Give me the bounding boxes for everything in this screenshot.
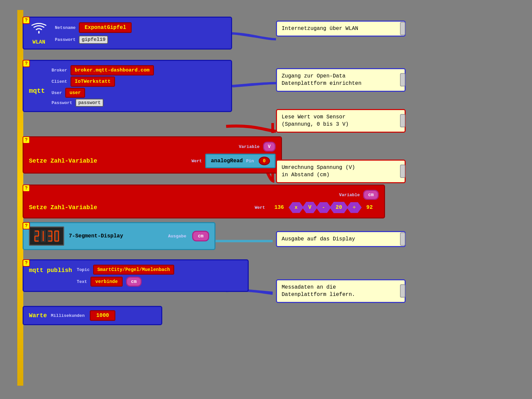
var1-label: Variable [239, 144, 259, 149]
wert1-label: Wert [192, 159, 202, 164]
wlan-note-scroll[interactable] [400, 22, 405, 35]
mqtt-setup-note-scroll[interactable] [400, 73, 405, 86]
setze-zahl2-block: Variable cm Setze Zahl-Variable Wert 136… [23, 185, 385, 218]
broker-label: Broker [52, 68, 67, 73]
mqtt-publish-note-line1: Messadaten an die [282, 284, 400, 291]
sensor-note-line2: (Spannung, 0 bis 3 V) [282, 121, 400, 128]
mqtt-note-line1: Zugang zur Open-Data [282, 72, 400, 80]
mqtt-publish-block: mqtt publish Topic SmartCity/Pegel/Muele… [23, 259, 249, 292]
analogread-value: analogRead [211, 158, 243, 164]
mqtt-publish-note: Messadaten an die Datenplattform liefern… [276, 279, 406, 303]
setze-zahl2-label: Setze Zahl-Variable [29, 204, 97, 211]
warte-label: Warte [29, 312, 47, 319]
wlan-note-text: Internetzugang über WLAN [282, 26, 358, 32]
math-op3: ÷ [347, 202, 362, 213]
passwort-mqtt-label: Passwort [52, 100, 72, 105]
display-note: Ausgabe auf das Display [276, 231, 406, 247]
text-val1[interactable]: verbinde [90, 277, 123, 287]
netsname-value[interactable]: ExponatGipfel [79, 22, 132, 33]
display-label: 7-Segment-Display [69, 233, 123, 239]
pin-label: Pin [246, 159, 254, 164]
topic-value[interactable]: SmartCity/Pegel/Muelenbach [93, 265, 174, 275]
umrechnung-line1: Umrechnung Spannung (V) [282, 164, 400, 171]
client-label: Client [52, 79, 67, 84]
umrechnung-line2: in Abstand (cm) [282, 171, 400, 179]
display-qmark[interactable]: ? [23, 222, 30, 229]
umrechnung-note: Umrechnung Spannung (V) in Abstand (cm) [276, 160, 406, 183]
setze-zahl2-qmark[interactable]: ? [23, 185, 30, 192]
text-val2[interactable]: cm [126, 277, 142, 287]
mqtt-label: mqtt [29, 87, 46, 95]
sensor-note-line1: Lese Wert vom Sensor [282, 113, 400, 121]
mqtt-setup-qmark[interactable]: ? [23, 60, 30, 67]
display-note-text: Ausgabe auf das Display [282, 236, 355, 242]
math-val4[interactable]: 92 [360, 202, 379, 213]
wlan-note: Internetzugang über WLAN [276, 21, 406, 37]
seven-segment-icon [29, 226, 64, 246]
math-val3[interactable]: 20 [330, 202, 348, 213]
millisekunden-label: Millisekunden [51, 313, 84, 318]
display-block: 7-Segment-Display Ausgabe cm [23, 222, 215, 250]
wlan-icon [31, 21, 47, 38]
user-value[interactable]: user [65, 88, 85, 98]
sensor-note: Lese Wert vom Sensor (Spannung, 0 bis 3 … [276, 109, 406, 133]
svg-line-1 [233, 83, 273, 86]
mqtt-publish-label: mqtt publish [29, 267, 72, 274]
var1-value[interactable]: V [263, 142, 276, 152]
mqtt-setup-note: Zugang zur Open-Data Datenplattform einr… [276, 68, 406, 92]
warte-block: Warte Millisekunden 1000 [23, 306, 162, 325]
setze-zahl1-qmark[interactable]: ? [23, 136, 30, 144]
math-val2[interactable]: V [302, 202, 318, 213]
wlan-label: WLAN [33, 39, 45, 45]
display-note-scroll[interactable] [400, 232, 405, 246]
passwort-wlan-value[interactable]: gipfel19 [79, 36, 108, 44]
var2-value[interactable]: cm [363, 190, 379, 200]
client-value[interactable]: IoTWerkstatt [70, 76, 115, 87]
var2-label: Variable [339, 193, 360, 198]
warte-value[interactable]: 1000 [90, 310, 115, 321]
sensor-note-scroll[interactable] [400, 114, 405, 127]
mqtt-publish-note-scroll[interactable] [400, 284, 405, 298]
netsname-label: Netsname [55, 25, 75, 30]
wlan-block: WLAN Netsname ExponatGipfel Passwort gip… [23, 17, 232, 50]
mqtt-setup-block: mqtt Broker broker.mqtt-dashboard.com Cl… [23, 60, 232, 112]
mqtt-publish-qmark[interactable]: ? [23, 259, 30, 267]
passwort-wlan-label: Passwort [55, 37, 75, 42]
setze-zahl1-label: Setze Zahl-Variable [29, 158, 97, 164]
umrechnung-note-scroll[interactable] [400, 165, 405, 178]
mqtt-publish-note-line2: Datenplattform liefern. [282, 291, 400, 298]
text-label: Text [77, 279, 87, 284]
math-op1: x [289, 202, 304, 213]
main-canvas: WLAN Netsname ExponatGipfel Passwort gip… [0, 0, 532, 399]
ausgabe-label: Ausgabe [168, 234, 187, 239]
math-val1[interactable]: 136 [268, 202, 290, 213]
setze-zahl1-block: Variable V Setze Zahl-Variable Wert anal… [23, 136, 282, 174]
user-label: User [52, 90, 62, 95]
wert2-label: Wert [255, 205, 265, 210]
analogread-block[interactable]: analogRead Pin 0 [205, 154, 276, 168]
svg-line-0 [233, 33, 273, 39]
wlan-qmark[interactable]: ? [23, 17, 30, 24]
ausgabe-value[interactable]: cm [192, 231, 209, 241]
passwort-mqtt-value[interactable]: passwort [75, 99, 103, 107]
math-op2: - [316, 202, 331, 213]
mqtt-note-line2: Datenplattform einrichten [282, 80, 400, 87]
broker-value[interactable]: broker.mqtt-dashboard.com [70, 65, 154, 75]
pin-value[interactable]: 0 [259, 157, 270, 165]
topic-label: Topic [77, 267, 90, 272]
